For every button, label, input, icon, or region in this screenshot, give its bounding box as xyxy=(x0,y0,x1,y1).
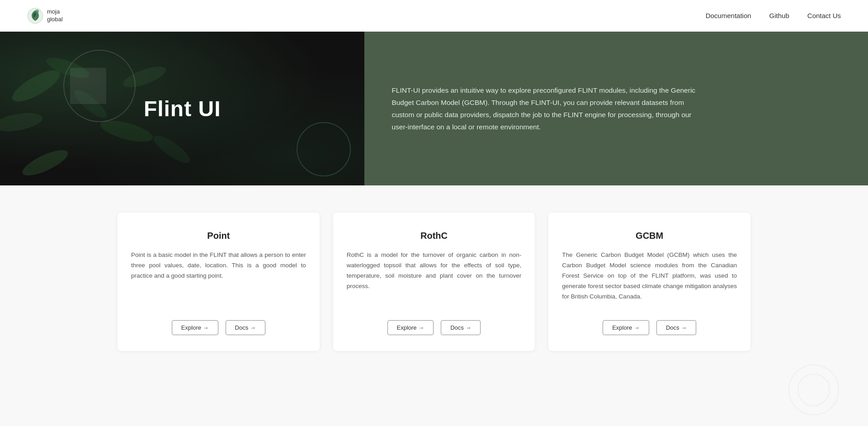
hero-title: Flint UI xyxy=(144,96,221,121)
card-point-body: Point is a basic model in the FLINT that… xyxy=(131,250,306,302)
logo-icon xyxy=(27,8,43,24)
nav-contact[interactable]: Contact Us xyxy=(807,12,841,19)
svg-point-11 xyxy=(798,374,830,387)
card-rothc: RothC RothC is a model for the turnover … xyxy=(333,213,535,351)
rect-decoration xyxy=(70,68,106,104)
cards-grid: Point Point is a basic model in the FLIN… xyxy=(118,213,750,351)
card-rothc-docs[interactable]: Docs → xyxy=(441,320,481,335)
hero-right-deco xyxy=(787,363,841,387)
card-point-docs[interactable]: Docs → xyxy=(226,320,265,335)
card-gcbm-buttons: Explore → Docs → xyxy=(562,320,737,335)
card-rothc-body: RothC is a model for the turnover of org… xyxy=(347,250,522,302)
hero-section: Flint UI FLINT-UI provides an intuitive … xyxy=(0,32,868,185)
card-rothc-explore[interactable]: Explore → xyxy=(387,320,434,335)
svg-point-6 xyxy=(121,62,169,91)
svg-point-4 xyxy=(0,110,44,135)
card-point: Point Point is a basic model in the FLIN… xyxy=(118,213,320,351)
main-nav: Documentation Github Contact Us xyxy=(706,12,841,19)
header: moja global Documentation Github Contact… xyxy=(0,0,868,32)
cards-section: Point Point is a basic model in the FLIN… xyxy=(0,185,868,387)
card-gcbm-body: The Generic Carbon Budget Model (GCBM) w… xyxy=(562,250,737,302)
card-gcbm-docs[interactable]: Docs → xyxy=(656,320,696,335)
card-gcbm-title: GCBM xyxy=(562,231,737,241)
card-gcbm-explore[interactable]: Explore → xyxy=(603,320,649,335)
nav-documentation[interactable]: Documentation xyxy=(706,12,751,19)
svg-point-8 xyxy=(19,145,71,180)
card-rothc-buttons: Explore → Docs → xyxy=(347,320,522,335)
svg-point-2 xyxy=(8,65,64,108)
card-point-title: Point xyxy=(131,231,306,241)
card-rothc-title: RothC xyxy=(347,231,522,241)
hero-description-panel: FLINT-UI provides an intuitive way to ex… xyxy=(364,32,868,185)
hero-image-panel: Flint UI xyxy=(0,32,364,185)
svg-point-9 xyxy=(150,131,193,167)
nav-github[interactable]: Github xyxy=(769,12,789,19)
logo-text: moja global xyxy=(47,8,63,24)
circle-decoration-2 xyxy=(297,122,351,176)
svg-point-10 xyxy=(789,365,839,387)
card-gcbm: GCBM The Generic Carbon Budget Model (GC… xyxy=(548,213,750,351)
card-point-explore[interactable]: Explore → xyxy=(172,320,218,335)
hero-description-text: FLINT-UI provides an intuitive way to ex… xyxy=(392,84,699,133)
svg-point-1 xyxy=(35,9,39,13)
card-point-buttons: Explore → Docs → xyxy=(131,320,306,335)
logo[interactable]: moja global xyxy=(27,8,63,24)
